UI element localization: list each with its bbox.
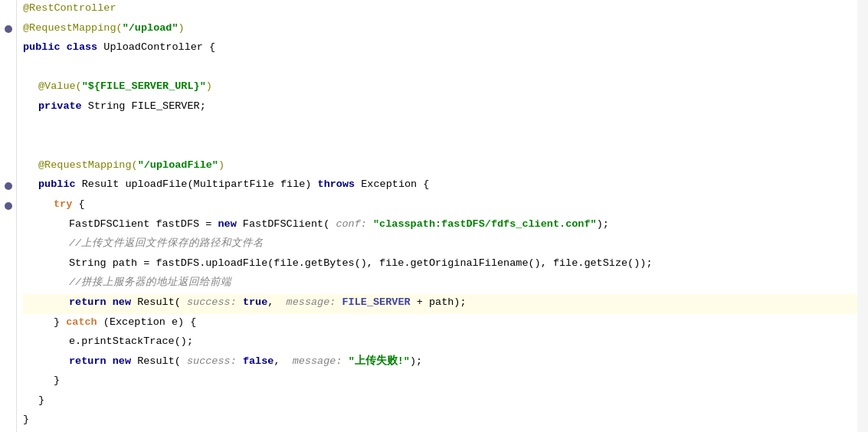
kw-try: try — [54, 196, 72, 213]
gutter-line-3 — [0, 39, 17, 59]
code-line-14: String path = fastDFS.uploadFile(file.ge… — [23, 255, 857, 275]
param-success2: success: — [187, 353, 243, 370]
comment-1: //上传文件返回文件保存的路径和文件名 — [69, 235, 264, 252]
kw-return2: return — [69, 353, 106, 370]
gutter-line-2[interactable] — [0, 20, 17, 40]
code-line-6: private String FILE_SERVER; — [23, 98, 857, 118]
kw-new2: new — [113, 294, 131, 311]
code-printstacktrace: e.printStackTrace(); — [69, 333, 193, 350]
param-conf: conf: — [336, 216, 373, 233]
code-line-15: //拼接上服务器的地址返回给前端 — [23, 274, 857, 294]
gutter-line-8 — [0, 137, 17, 157]
code-content[interactable]: @RestController @RequestMapping("/upload… — [17, 0, 857, 432]
code-line-12: FastDFSClient fastDFS = new FastDFSClien… — [23, 216, 857, 236]
param-message: message: — [287, 294, 342, 311]
gutter-line-4 — [0, 59, 17, 79]
code-line-21: } — [23, 392, 857, 412]
gutter-line-9 — [0, 157, 17, 177]
code-line-19: return new Result( success: false , mess… — [23, 353, 857, 373]
gutter-line-11[interactable] — [0, 196, 17, 216]
scrollbar[interactable] — [857, 0, 868, 432]
code-line-8 — [23, 137, 857, 157]
code-line-18: e.printStackTrace(); — [23, 333, 857, 353]
param-success: success: — [187, 294, 243, 311]
class-upload-controller: UploadController { — [103, 39, 215, 56]
type-string: String — [88, 98, 126, 115]
code-line-3: public class UploadController { — [23, 39, 857, 59]
code-line-10: public Result uploadFile(MultipartFile f… — [23, 176, 857, 196]
kw-class: class — [67, 39, 98, 56]
val-false: false — [243, 353, 274, 370]
code-line-7 — [23, 118, 857, 138]
field-file-server: FILE_SERVER — [342, 294, 411, 311]
code-line-9: @RequestMapping("/uploadFile") — [23, 157, 857, 177]
gutter-line-10[interactable] — [0, 176, 17, 196]
gutter-line-16 — [0, 294, 17, 314]
code-line-17: } catch (Exception e) { — [23, 314, 857, 334]
gutter-line-21 — [0, 392, 17, 412]
annotation-requestmapping: @RequestMapping( — [23, 20, 123, 37]
kw-throws: throws — [318, 176, 355, 193]
class-fastdfsclient: FastDFSClient fastDFS = — [69, 216, 218, 233]
gutter-line-7 — [0, 118, 17, 138]
annotation-requestmapping-upload: @RequestMapping( — [38, 157, 138, 174]
code-line-4 — [23, 59, 857, 79]
annotation-restcontroller: @RestController — [23, 0, 116, 17]
code-line-16: return new Result( success: true , messa… — [23, 294, 857, 314]
string-file-server-url: "${FILE_SERVER_URL}" — [82, 78, 206, 95]
gutter-line-20 — [0, 372, 17, 392]
code-line-22: } — [23, 411, 857, 431]
annotation-close: ) — [179, 20, 185, 37]
type-string2: String path = fastDFS.uploadFile(file.ge… — [69, 255, 653, 272]
annotation-value: @Value( — [38, 78, 82, 95]
code-line-13: //上传文件返回文件保存的路径和文件名 — [23, 235, 857, 255]
gutter-line-5 — [0, 78, 17, 98]
kw-new3: new — [113, 353, 131, 370]
code-line-1: @RestController — [23, 0, 857, 20]
gutter-line-1 — [0, 0, 17, 20]
gutter-panel — [0, 0, 17, 432]
kw-public: public — [23, 39, 61, 56]
code-line-11: try { — [23, 196, 857, 216]
code-line-5: @Value("${FILE_SERVER_URL}") — [23, 78, 857, 98]
gutter-line-19 — [0, 353, 17, 373]
gutter-line-14 — [0, 255, 17, 275]
param-message2: message: — [293, 353, 349, 370]
kw-catch: catch — [66, 314, 97, 331]
gutter-line-15 — [0, 274, 17, 294]
code-line-20: } — [23, 372, 857, 392]
kw-private: private — [38, 98, 82, 115]
string-conf-path: "classpath:fastDFS/fdfs_client.conf" — [373, 216, 597, 233]
string-uploadfile: "/uploadFile" — [138, 157, 218, 174]
kw-return: return — [69, 294, 106, 311]
string-upload-fail: "上传失败!" — [349, 353, 410, 370]
gutter-line-12 — [0, 216, 17, 236]
val-true: true — [243, 294, 267, 311]
code-line-2: @RequestMapping("/upload") — [23, 20, 857, 40]
code-editor: @RestController @RequestMapping("/upload… — [0, 0, 868, 432]
gutter-line-22 — [0, 411, 17, 431]
string-upload: "/upload" — [123, 20, 179, 37]
comment-2: //拼接上服务器的地址返回给前端 — [69, 274, 231, 291]
gutter-line-17 — [0, 314, 17, 334]
kw-new: new — [218, 216, 236, 233]
gutter-line-18 — [0, 333, 17, 353]
gutter-line-13 — [0, 235, 17, 255]
gutter-line-6 — [0, 98, 17, 118]
kw-public2: public — [38, 176, 76, 193]
